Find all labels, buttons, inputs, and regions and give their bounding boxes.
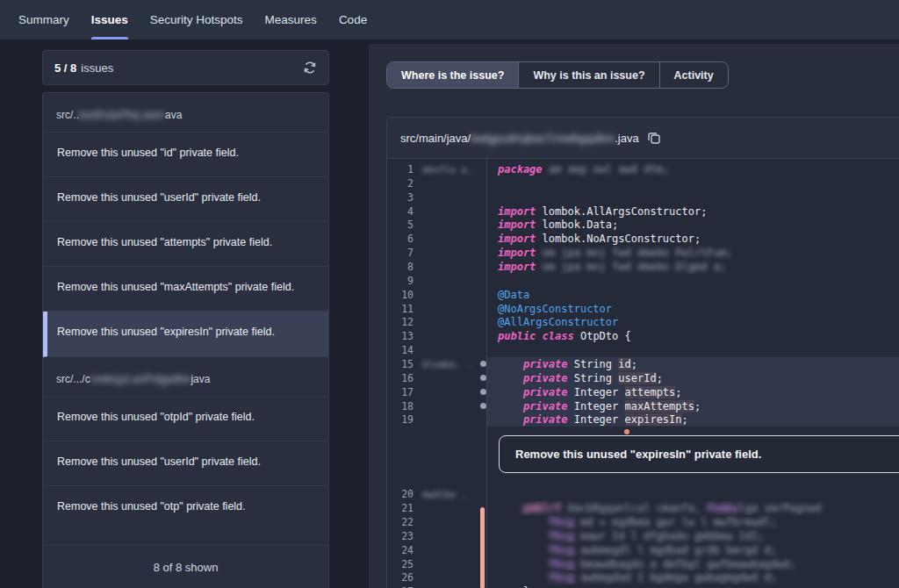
line-number[interactable]: 25 — [387, 558, 414, 570]
issue-location-token[interactable]: id — [618, 358, 630, 370]
nav-item-summary[interactable]: Summary — [18, 0, 69, 39]
code-token: Integer — [567, 386, 624, 398]
line-number[interactable]: 19 — [387, 413, 414, 426]
code-line: 22 fhcg md = egdbma gwr lw l mwfbrewdl; — [387, 515, 899, 529]
issue-indicator-dot[interactable] — [480, 389, 486, 395]
code-text: fhcg mawr Id l dfgbado gmbbma IdI; — [487, 529, 899, 543]
scm-author-redacted: mbofla a.. — [422, 164, 478, 175]
line-number[interactable]: 9 — [387, 275, 414, 287]
line-number[interactable]: 23 — [387, 530, 414, 542]
code-text — [487, 343, 899, 357]
code-text: import lombok.NoArgsConstructor; — [487, 232, 899, 246]
code-text: package am aep owl awd dtm; — [487, 162, 899, 176]
code-line: 27 } — [387, 584, 899, 588]
issue-location-token[interactable]: userId — [618, 372, 656, 384]
line-number[interactable]: 26 — [387, 571, 414, 584]
line-number[interactable]: 3 — [387, 191, 414, 204]
issue-location-marker — [624, 429, 629, 434]
code-line: 13public class OtpDto { — [387, 329, 899, 343]
code-line: 11@NoArgsConstructor — [387, 302, 899, 316]
keyword-token: private — [523, 413, 568, 426]
line-number[interactable]: 2 — [387, 177, 414, 190]
line-number[interactable]: 18 — [387, 400, 414, 412]
redacted-token: fhcg — [549, 558, 574, 570]
issue-location-token[interactable]: attempts — [625, 386, 676, 398]
issue-indicator-dot[interactable] — [480, 361, 486, 367]
code-line: 12@AllArgsConstructor — [387, 315, 899, 329]
line-number[interactable]: 5 — [387, 219, 414, 231]
code-line: 16 private String userId; — [387, 371, 899, 385]
line-number[interactable]: 11 — [387, 303, 414, 315]
issue-file-group[interactable]: src/..bwdhslarPbq awmava — [43, 93, 328, 133]
code-text: fhcg awbmegdl l mgdbad grdb bmrgd d; — [487, 543, 899, 557]
issue-list-item[interactable]: Remove this unused "expiresIn" private f… — [43, 312, 328, 357]
refresh-icon[interactable] — [303, 61, 317, 75]
top-nav: SummaryIssuesSecurity HotspotsMeasuresCo… — [0, 0, 899, 39]
issue-file-group[interactable]: src/.../cmwbrgsLanPolgpdbwjava — [43, 357, 328, 397]
issue-callout[interactable]: Remove this unused "expiresIn" private f… — [499, 435, 899, 473]
redacted-token: awbmegdl l mgdbad grdb bmrgd d; — [574, 544, 777, 556]
issue-indicator-dot[interactable] — [480, 403, 486, 409]
line-number[interactable]: 1 — [387, 163, 414, 176]
keyword-token: private — [523, 372, 568, 384]
line-number[interactable]: 7 — [387, 247, 414, 259]
issue-location-token[interactable]: maxAttempts — [625, 400, 694, 412]
keyword-token: import — [498, 247, 536, 259]
nav-item-security-hotspots[interactable]: Security Hotspots — [150, 0, 243, 39]
code-line: 17 private Integer attempts; — [387, 385, 899, 399]
line-number[interactable]: 20 — [387, 488, 414, 500]
new-code-indicator-bar — [480, 507, 485, 588]
copy-icon[interactable] — [647, 131, 661, 145]
tab-where-is-the-issue[interactable]: Where is the issue? — [387, 62, 519, 88]
issue-list-item[interactable]: Remove this unused "maxAttempts" private… — [43, 267, 328, 312]
issue-list-item[interactable]: Remove this unused "otp" private field. — [43, 486, 328, 546]
nav-item-code[interactable]: Code — [339, 0, 367, 39]
code-text — [487, 176, 899, 190]
tab-why-is-this-an-issue[interactable]: Why is this an issue? — [519, 62, 659, 88]
file-prefix: src/.../c — [56, 373, 90, 385]
issue-location-token[interactable]: expiresIn — [625, 413, 682, 426]
line-number[interactable]: 21 — [387, 502, 414, 514]
line-number[interactable]: 16 — [387, 372, 414, 384]
nav-item-measures[interactable]: Measures — [265, 0, 317, 39]
tab-activity[interactable]: Activity — [660, 62, 728, 88]
issue-list-item[interactable]: Remove this unused "userId" private fiel… — [43, 441, 328, 486]
redacted-token: fhcg — [549, 544, 574, 556]
line-number[interactable]: 17 — [387, 386, 414, 398]
line-number[interactable]: 24 — [387, 544, 414, 556]
line-number[interactable]: 8 — [387, 261, 414, 273]
annotation-token: @AllArgsConstructor — [498, 316, 618, 328]
nav-item-issues[interactable]: Issues — [91, 0, 128, 39]
code-token — [498, 530, 549, 542]
line-number[interactable]: 14 — [387, 344, 414, 356]
code-text: @NoArgsConstructor — [487, 302, 899, 316]
code-text — [487, 487, 899, 501]
file-redacted: mwbrgsLanPolgpdbw — [90, 373, 191, 385]
issue-list-item[interactable]: Remove this unused "id" private field. — [43, 133, 328, 177]
line-number[interactable]: 13 — [387, 330, 414, 342]
line-number[interactable]: 10 — [387, 289, 414, 301]
issue-list-item[interactable]: Remove this unused "otpId" private field… — [43, 397, 328, 441]
redacted-token: OacbRgqanlcal cmanfa, — [561, 502, 707, 514]
line-number[interactable]: 15 — [387, 358, 414, 370]
code-token — [498, 571, 549, 584]
code-token: Integer — [567, 400, 624, 412]
code-line: 26 fhcg awbmgdad I bgdmga gwbagmgdwd d; — [387, 570, 899, 584]
annotation-token: @Data — [498, 289, 529, 301]
code-line: 20mwdlba . — [387, 487, 899, 501]
line-number[interactable]: 22 — [387, 516, 414, 528]
code-text: fhcg awbmgdad I bgdmga gwbagmgdwd d; — [487, 570, 899, 584]
code-token — [498, 544, 549, 556]
code-line: 21 pmblrf OacbRgqanlcal cmanfa, Pnmbalga… — [387, 501, 899, 515]
line-number[interactable]: 4 — [387, 205, 414, 218]
line-number[interactable]: 6 — [387, 233, 414, 245]
issue-indicator-dot[interactable] — [480, 375, 486, 381]
issue-list-item[interactable]: Remove this unused "attempts" private fi… — [43, 222, 328, 267]
issue-list-item[interactable]: Remove this unused "userId" private fiel… — [43, 177, 328, 222]
code-text: public class OtpDto { — [487, 329, 899, 343]
code-token — [498, 502, 523, 514]
code-token — [498, 372, 523, 384]
issues-count: 5 / 8 — [54, 61, 76, 75]
line-number[interactable]: 12 — [387, 316, 414, 328]
issues-shown-footer: 8 of 8 shown — [43, 546, 328, 588]
